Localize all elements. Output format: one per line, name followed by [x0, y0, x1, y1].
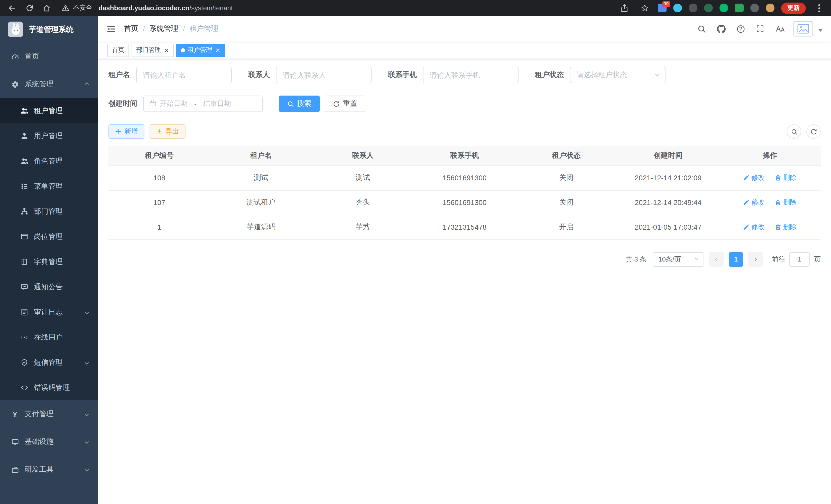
edit-button[interactable]: 修改: [743, 198, 765, 207]
shield-icon: [20, 358, 28, 366]
chevron-down-icon: [84, 439, 90, 445]
chevron-down-icon: [654, 71, 660, 79]
chevron-up-icon: [84, 81, 90, 87]
table-header-row: 租户编号 租户名 联系人 联系手机 租户状态 创建时间 操作: [109, 146, 821, 166]
tab-dept-management[interactable]: 部门管理: [132, 43, 174, 57]
site-security[interactable]: 不安全: [62, 4, 92, 12]
active-tab-dot: [181, 48, 185, 52]
next-page-button[interactable]: [748, 252, 763, 266]
date-range-picker[interactable]: 开始日期 - 结束日期: [143, 95, 263, 112]
tenant-page: 租户名 联系人 联系手机 租户状态 请选择租户状态: [98, 59, 831, 504]
add-button[interactable]: 新增: [109, 124, 144, 139]
back-icon[interactable]: [5, 1, 19, 14]
toolbox-icon: [11, 466, 19, 474]
sidebar-item-system-management[interactable]: 系统管理: [0, 70, 98, 98]
share-icon[interactable]: [618, 1, 631, 14]
bookmark-star-icon[interactable]: [638, 1, 651, 14]
sidebar-item-user-management[interactable]: 用户管理: [0, 123, 98, 148]
tenant-name-input[interactable]: [136, 67, 232, 83]
extension-icon-1[interactable]: 10: [658, 4, 666, 12]
logo-avatar: [8, 22, 23, 37]
refresh-icon[interactable]: [806, 124, 821, 139]
chevron-down-icon: [84, 309, 90, 315]
extension-badge: 10: [662, 1, 670, 7]
home-icon[interactable]: [40, 1, 53, 14]
browser-chrome: 不安全 dashboard.yudao.iocoder.cn/system/te…: [0, 0, 831, 16]
warning-icon: [62, 5, 69, 11]
page-size-select[interactable]: 10条/页: [653, 252, 704, 266]
search-button[interactable]: 搜索: [279, 95, 320, 112]
sidebar-collapse-icon[interactable]: [98, 16, 124, 41]
avatar[interactable]: [794, 21, 813, 36]
tab-tenant-management[interactable]: 租户管理: [176, 43, 225, 57]
app-logo[interactable]: 芋道管理系统: [0, 16, 98, 42]
sidebar-item-online-users[interactable]: 在线用户: [0, 325, 98, 350]
contact-label: 联系人: [248, 70, 270, 80]
reset-button[interactable]: 重置: [325, 95, 365, 112]
sidebar-item-dict-management[interactable]: 字典管理: [0, 249, 98, 274]
dashboard-icon: [11, 52, 19, 61]
sidebar-item-error-code-management[interactable]: 错误码管理: [0, 375, 98, 400]
goto-page-input[interactable]: [790, 252, 810, 266]
caret-down-icon[interactable]: [818, 25, 823, 34]
sidebar-item-dept-management[interactable]: 部门管理: [0, 199, 98, 224]
extension-icon-3[interactable]: [689, 4, 697, 12]
browser-menu-icon[interactable]: [812, 1, 826, 14]
log-icon: [20, 308, 28, 316]
contact-input[interactable]: [276, 67, 372, 83]
export-button[interactable]: 导出: [149, 124, 185, 139]
sidebar-item-audit-log[interactable]: 审计日志: [0, 299, 98, 325]
calendar-icon: [149, 99, 156, 108]
tab-home[interactable]: 首页: [107, 43, 129, 57]
id-card-icon: [20, 233, 28, 241]
extension-icon-4[interactable]: [704, 4, 713, 12]
sidebar-item-notice[interactable]: 通知公告: [0, 274, 98, 299]
delete-button[interactable]: 删除: [775, 173, 797, 182]
browser-update-button[interactable]: 更新: [781, 2, 806, 13]
page-number-button[interactable]: 1: [729, 252, 743, 266]
status-select[interactable]: 请选择租户状态: [570, 67, 665, 83]
sidebar-item-sms-management[interactable]: 短信管理: [0, 350, 98, 375]
extension-icon-6[interactable]: [735, 4, 744, 12]
sidebar-item-menu-management[interactable]: 菜单管理: [0, 174, 98, 199]
chevron-down-icon: [84, 359, 90, 365]
sidebar-item-dev-tools[interactable]: 研发工具: [0, 456, 98, 483]
reload-icon[interactable]: [23, 1, 36, 14]
font-size-icon[interactable]: [774, 23, 785, 34]
fullscreen-icon[interactable]: [754, 23, 766, 34]
edit-button[interactable]: 修改: [743, 223, 765, 232]
extension-icon-5[interactable]: [719, 4, 728, 12]
mobile-label: 联系手机: [388, 70, 417, 80]
close-icon[interactable]: [164, 47, 169, 53]
address-bar[interactable]: dashboard.yudao.iocoder.cn/system/tenant: [98, 4, 233, 12]
sidebar-item-role-management[interactable]: 角色管理: [0, 148, 98, 174]
help-icon[interactable]: [735, 23, 746, 34]
sidebar-item-tenant-management[interactable]: 租户管理: [0, 98, 98, 123]
delete-button[interactable]: 删除: [775, 198, 797, 207]
breadcrumb-system[interactable]: 系统管理: [149, 24, 178, 33]
close-icon[interactable]: [215, 47, 221, 53]
table-toolbar: 新增 导出: [109, 124, 821, 139]
toggle-search-icon[interactable]: [787, 124, 801, 139]
github-icon[interactable]: [715, 23, 727, 34]
search-icon[interactable]: [696, 23, 707, 34]
breadcrumb-home[interactable]: 首页: [124, 24, 138, 33]
extension-icon-7[interactable]: [750, 4, 759, 12]
table-row: 1 芋道源码 芋艿 17321315478 开启 2021-01-05 17:0…: [109, 215, 821, 239]
sidebar-item-home[interactable]: 首页: [0, 42, 98, 70]
chevron-down-icon: [694, 255, 699, 263]
delete-button[interactable]: 删除: [775, 223, 797, 232]
mobile-input[interactable]: [423, 67, 519, 83]
url-path: /system/tenant: [190, 4, 233, 12]
edit-button[interactable]: 修改: [743, 173, 765, 182]
date-start-placeholder: 开始日期: [160, 99, 188, 109]
chevron-down-icon: [84, 467, 90, 473]
sidebar: 芋道管理系统 首页 系统管理: [0, 16, 98, 504]
extension-icon-8[interactable]: [766, 4, 774, 12]
extension-icon-2[interactable]: [673, 4, 682, 12]
sidebar-item-post-management[interactable]: 岗位管理: [0, 224, 98, 249]
prev-page-button[interactable]: [709, 252, 724, 266]
sidebar-item-payment-management[interactable]: ¥ 支付管理: [0, 400, 98, 428]
sidebar-menu: 首页 系统管理 租户管理: [0, 42, 98, 504]
sidebar-item-infrastructure[interactable]: 基础设施: [0, 428, 98, 456]
